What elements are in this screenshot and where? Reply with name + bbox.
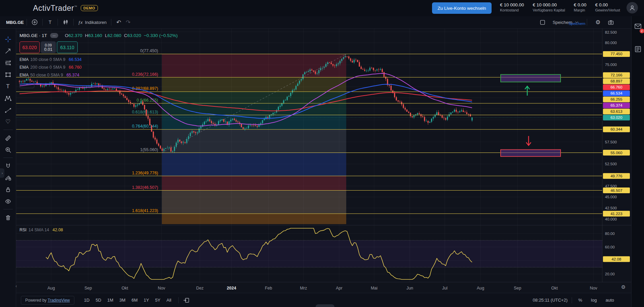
axis-settings-gear-icon[interactable]: ⚙ bbox=[621, 284, 625, 290]
svg-text:Okt: Okt bbox=[121, 286, 128, 291]
svg-text:40.000: 40.000 bbox=[605, 217, 617, 221]
buy-button[interactable]: 63.110 bbox=[57, 41, 78, 53]
svg-text:65.374: 65.374 bbox=[610, 103, 622, 107]
svg-text:68.897: 68.897 bbox=[610, 79, 622, 83]
svg-text:Nov: Nov bbox=[158, 286, 166, 291]
svg-text:0.764(60.344): 0.764(60.344) bbox=[132, 124, 158, 129]
settings-gear-icon[interactable]: ⚙ bbox=[593, 18, 603, 27]
svg-text:72.166: 72.166 bbox=[610, 73, 622, 77]
indicators-button[interactable]: ƒx Indikatoren bbox=[76, 18, 108, 27]
svg-text:Aug: Aug bbox=[47, 286, 55, 291]
svg-text:77.450: 77.450 bbox=[610, 52, 622, 56]
hide-drawings-icon[interactable] bbox=[2, 195, 14, 207]
svg-text:49.776: 49.776 bbox=[610, 174, 622, 178]
range-button-1m[interactable]: 1M bbox=[105, 296, 116, 304]
ohlc-values: O62.370H63.160L62.080C63.020 bbox=[62, 33, 141, 38]
go-to-date-icon[interactable] bbox=[181, 296, 191, 305]
svg-text:0.618(63.613): 0.618(63.613) bbox=[132, 110, 158, 114]
clock[interactable]: 08:25:11 (UTC+2) bbox=[533, 298, 567, 303]
svg-text:Feb: Feb bbox=[265, 286, 272, 291]
emoji-heart-icon[interactable]: ♡ bbox=[2, 116, 14, 128]
range-button-1y[interactable]: 1Y bbox=[141, 296, 151, 304]
legend-collapse-button[interactable] bbox=[20, 80, 34, 88]
redo-icon[interactable]: ↷ bbox=[123, 18, 133, 27]
undo-icon[interactable]: ↶ bbox=[114, 18, 123, 27]
range-button-all[interactable]: All bbox=[164, 296, 174, 304]
forecast-line-icon[interactable] bbox=[2, 104, 14, 116]
axis-collapse-icon[interactable]: ‹ bbox=[15, 283, 17, 288]
log-scale-button[interactable]: log bbox=[588, 296, 599, 304]
svg-text:Sep: Sep bbox=[514, 286, 521, 291]
account-stat: € 0.00Gewinn/Verlust bbox=[595, 2, 620, 12]
news-icon[interactable] bbox=[634, 45, 642, 55]
widget-rail: 2 bbox=[631, 16, 644, 307]
svg-text:41.223: 41.223 bbox=[610, 212, 622, 216]
avatar[interactable] bbox=[627, 2, 638, 13]
svg-text:66.760: 66.760 bbox=[610, 85, 622, 89]
mail-badge: 2 bbox=[640, 29, 644, 33]
svg-text:Aug: Aug bbox=[477, 286, 484, 291]
range-button-5d[interactable]: 5D bbox=[93, 296, 104, 304]
supply-zone-box[interactable] bbox=[501, 74, 561, 82]
ruler-icon[interactable] bbox=[2, 132, 14, 144]
bottom-collapse-tab[interactable] bbox=[316, 304, 334, 307]
app-logo: ActivTrader™ bbox=[33, 4, 77, 13]
camera-snapshot-icon[interactable] bbox=[606, 18, 616, 27]
range-button-6m[interactable]: 6M bbox=[129, 296, 140, 304]
delete-drawings-icon[interactable] bbox=[2, 211, 14, 223]
symbol-search-plus-icon[interactable] bbox=[30, 18, 40, 27]
svg-text:47.500: 47.500 bbox=[605, 184, 617, 188]
account-stat: € 10 000.00Kontostand bbox=[500, 2, 524, 12]
demand-zone-box[interactable] bbox=[501, 150, 561, 157]
svg-text:42.500: 42.500 bbox=[605, 206, 617, 210]
svg-text:80.000: 80.000 bbox=[605, 41, 617, 45]
chart-legend: MBG.GE · 1T — O62.370H63.160L62.080C63.0… bbox=[20, 33, 178, 88]
collapse-legend-pill[interactable]: — bbox=[50, 33, 58, 38]
range-button-3m[interactable]: 3M bbox=[117, 296, 128, 304]
xabcd-pattern-icon[interactable] bbox=[2, 92, 14, 104]
svg-text:Okt: Okt bbox=[551, 286, 558, 291]
percent-scale-button[interactable]: % bbox=[576, 296, 585, 304]
chart-toolbar: MBG.GE T ƒx Indikatoren ↶ ↷ Speichern ⚙ bbox=[0, 16, 631, 29]
svg-text:42.08: 42.08 bbox=[612, 257, 621, 261]
zoom-in-icon[interactable] bbox=[2, 144, 14, 156]
svg-text:45.000: 45.000 bbox=[605, 195, 617, 199]
svg-text:2024: 2024 bbox=[227, 286, 236, 291]
crosshair-icon[interactable] bbox=[2, 33, 14, 45]
lock-all-icon[interactable] bbox=[2, 183, 14, 195]
expand-watchlist-tab[interactable]: › bbox=[0, 168, 4, 178]
trend-line-icon[interactable] bbox=[2, 45, 14, 57]
range-button-5y[interactable]: 5Y bbox=[153, 296, 163, 304]
text-tool-icon[interactable]: T bbox=[2, 80, 14, 92]
shapes-icon[interactable] bbox=[2, 69, 14, 80]
sell-button[interactable]: 63.020 bbox=[20, 41, 40, 53]
change-value: −0.330 (−0.52%) bbox=[144, 33, 178, 38]
svg-text:Nov: Nov bbox=[590, 286, 598, 291]
fib-retracement-icon[interactable] bbox=[2, 57, 14, 69]
indicator-legend-row[interactable]: EMA200 close 0 SMA 966.760 bbox=[20, 63, 178, 71]
svg-text:Jun: Jun bbox=[406, 286, 413, 291]
legend-symbol-title[interactable]: MBG.GE · 1T bbox=[20, 33, 47, 38]
spread-box: 0.09 0.01 bbox=[41, 41, 56, 53]
auto-scale-button[interactable]: auto bbox=[603, 296, 616, 304]
interval-button[interactable]: T bbox=[45, 18, 55, 27]
svg-text:0.5(66.255): 0.5(66.255) bbox=[137, 98, 158, 103]
svg-text:55.060: 55.060 bbox=[610, 151, 622, 155]
mail-icon[interactable]: 2 bbox=[634, 22, 642, 32]
account-stats: € 10 000.00Kontostand€ 10 000.00Verfügba… bbox=[500, 2, 620, 12]
tradingview-link[interactable]: TradingView bbox=[48, 298, 70, 303]
save-link[interactable]: Speichern bbox=[569, 22, 585, 26]
svg-text:46.507: 46.507 bbox=[610, 189, 622, 193]
layout-square-icon[interactable] bbox=[538, 18, 547, 27]
symbol-label[interactable]: MBG.GE bbox=[6, 20, 24, 25]
chart-type-candles-icon[interactable] bbox=[61, 18, 71, 27]
svg-text:1.382(46.507): 1.382(46.507) bbox=[132, 185, 158, 190]
range-button-1d[interactable]: 1D bbox=[82, 296, 92, 304]
svg-text:Mrz: Mrz bbox=[300, 286, 307, 291]
svg-text:57.500: 57.500 bbox=[605, 140, 617, 144]
indicator-legend-row[interactable]: EMA50 close 0 SMA 965.374 bbox=[20, 71, 178, 79]
svg-text:52.500: 52.500 bbox=[605, 162, 617, 166]
switch-to-live-button[interactable]: Zu Live-Konto wechseln bbox=[432, 2, 492, 14]
user-icon bbox=[629, 4, 636, 11]
indicator-legend-row[interactable]: EMA100 close 0 SMA 966.534 bbox=[20, 56, 178, 63]
